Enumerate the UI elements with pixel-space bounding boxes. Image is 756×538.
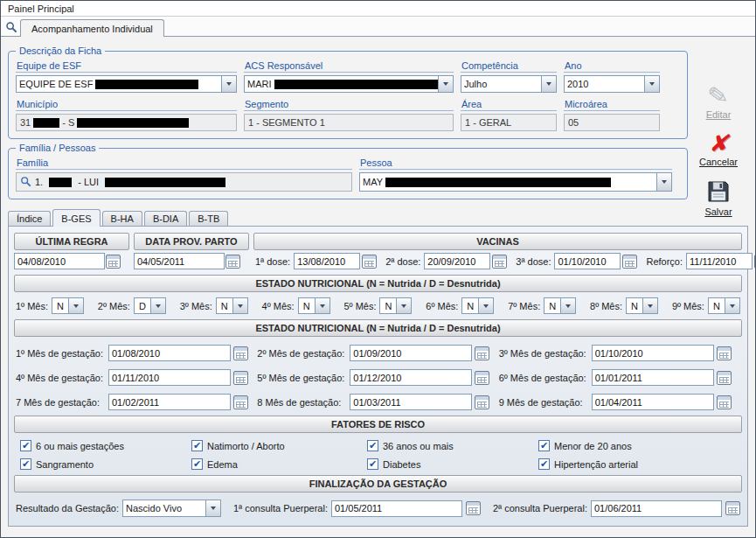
mes-8-select[interactable]: N [626,297,658,314]
gestacao-mes-8-input[interactable] [350,394,472,410]
risk-edema[interactable]: Edema [191,458,367,470]
gestacao-mes-4-input[interactable] [108,369,231,386]
chevron-down-icon[interactable] [656,173,671,191]
checkbox-icon[interactable] [191,440,203,451]
chevron-down-icon[interactable] [541,76,556,92]
calendar-icon[interactable] [225,255,240,269]
gestacao-mes-3-input[interactable] [592,345,714,361]
chevron-down-icon[interactable] [438,76,453,92]
editar-button[interactable]: ✎ Editar [706,84,732,120]
calendar-icon[interactable] [466,501,481,515]
calendar-icon[interactable] [233,346,248,360]
ultima-regra-input[interactable] [14,253,105,269]
calendar-icon[interactable] [717,371,732,385]
checkbox-icon[interactable] [367,440,378,451]
chevron-down-icon[interactable] [560,298,575,313]
mes-6-select[interactable]: N [461,297,494,314]
calendar-icon[interactable] [475,395,489,409]
equipe-esf-select[interactable]: EQUIPE DE ESF [16,75,237,93]
data-prov-parto-input[interactable] [134,253,225,269]
calendar-icon[interactable] [725,501,740,515]
mes-3-select[interactable]: N [216,297,248,314]
mes-7-select[interactable]: N [544,297,576,314]
resultado-gestacao-select[interactable]: Nascido Vivo [122,500,221,517]
risk-6-ou-mais-gestacoes[interactable]: 6 ou mais gestações [20,440,191,451]
tab-b-ha[interactable]: B-HA [102,211,142,226]
risk-36-anos-ou-mais[interactable]: 36 anos ou mais [367,440,538,451]
chevron-down-icon[interactable] [68,298,83,313]
chevron-down-icon[interactable] [205,500,220,516]
equipe-esf-label: Equipe de ESF [16,60,237,73]
competencia-label: Competência [461,60,557,73]
gestacao-mes-7-input[interactable] [108,394,231,410]
puerperal-2-input[interactable] [591,500,722,517]
chevron-down-icon[interactable] [725,298,739,313]
vacina-dose-1-input[interactable] [294,253,360,269]
ano-select[interactable]: 2010 [564,75,660,93]
vacinas-fields: 1ª dose: 2ª dose: 3ª dose: Reforço: [253,253,742,269]
chevron-down-icon[interactable] [150,298,165,313]
chevron-down-icon[interactable] [478,298,493,313]
vacina-dose-3-input[interactable] [554,253,621,269]
calendar-icon[interactable] [622,255,637,269]
ultima-regra-field [14,253,129,269]
calendar-icon[interactable] [492,255,507,269]
vacina-reforco-input[interactable] [686,253,753,269]
gestacao-mes-6-input[interactable] [592,369,714,386]
risk-hipertencao-arterial[interactable]: Hipertenção arterial [538,458,740,470]
calendar-icon[interactable] [475,346,489,360]
mes-2-select[interactable]: D [134,297,166,314]
puerperal-1-input[interactable] [331,500,462,517]
calendar-icon[interactable] [475,371,489,385]
mes-1-select[interactable]: N [52,297,84,314]
chevron-down-icon[interactable] [642,298,657,313]
search-icon[interactable] [20,176,31,189]
risk-natimorto-aborto[interactable]: Natimorto / Aborto [191,440,367,451]
chevron-down-icon[interactable] [315,298,329,313]
vacina-dose-2-input[interactable] [424,253,490,269]
calendar-icon[interactable] [717,346,732,360]
redacted-text [33,118,59,128]
familia-lookup[interactable]: 1.- LUI [16,172,352,192]
calendar-icon[interactable] [362,255,377,269]
chevron-down-icon[interactable] [644,76,659,92]
chevron-down-icon[interactable] [221,76,236,92]
finalizacao-header: FINALIZAÇÃO DA GESTAÇÃO [14,475,742,493]
fatores-risco-header: FATORES DE RISCO [14,416,742,433]
risk-menor-de-20-anos[interactable]: Menor de 20 anos [538,440,740,451]
checkbox-icon[interactable] [20,458,31,470]
checkbox-icon[interactable] [20,440,31,451]
chevron-down-icon[interactable] [396,298,411,313]
tab-acompanhamento-individual[interactable]: Acompanhamento Individual [20,19,164,37]
risk-sangramento[interactable]: Sangramento [20,458,191,470]
chevron-down-icon[interactable] [232,298,247,313]
mes-5-select[interactable]: N [379,297,412,314]
calendar-icon[interactable] [233,395,248,409]
gestacao-mes-2-input[interactable] [350,345,472,361]
tab-b-ges[interactable]: B-GES [52,209,100,227]
calendar-icon[interactable] [106,255,121,269]
cancelar-button[interactable]: ✘ Cancelar [699,132,738,167]
acs-responsavel-label: ACS Responsável [244,60,454,73]
checkbox-icon[interactable] [367,458,378,470]
calendar-icon[interactable] [717,395,732,409]
gestacao-mes-1-input[interactable] [108,345,231,361]
pessoa-select[interactable]: MAY [359,172,672,192]
search-icon[interactable] [3,18,19,35]
gestacao-mes-4-field: 4º Mês de gestação: [16,369,257,386]
acs-responsavel-select[interactable]: MARI [244,75,454,93]
gestacao-mes-5-input[interactable] [350,369,472,386]
mes-9-select[interactable]: N [708,297,740,314]
tab-b-dia[interactable]: B-DIA [144,211,187,226]
risk-label: 36 anos ou mais [383,441,454,451]
checkbox-icon[interactable] [538,458,550,470]
gestacao-mes-9-input[interactable] [592,394,714,410]
risk-diabetes[interactable]: Diabetes [367,458,538,470]
checkbox-icon[interactable] [191,458,203,470]
checkbox-icon[interactable] [538,440,550,451]
calendar-icon[interactable] [233,371,248,385]
tab-indice[interactable]: Índice [8,211,51,226]
competencia-select[interactable]: Julho [461,75,557,93]
tab-b-tb[interactable]: B-TB [189,211,228,226]
mes-4-select[interactable]: N [298,297,330,314]
